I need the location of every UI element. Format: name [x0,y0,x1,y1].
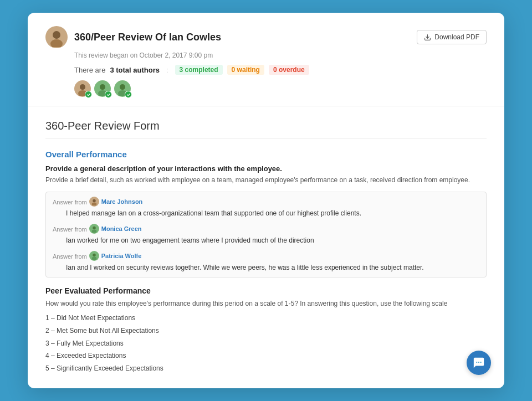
svg-point-10 [91,203,96,205]
authors-prefix: There are [74,66,105,74]
scale-item-2: 2 – Met Some but Not All Expectations [45,325,487,337]
header-section: 360/Peer Review Of Ian Cowles Download P… [28,13,504,106]
check-icon-1 [85,91,92,98]
waiting-badge: 0 waiting [227,65,264,75]
svg-point-1 [50,39,63,47]
answer-meta-1: Answer from Marc Johnson [53,197,479,207]
svg-point-9 [93,199,95,202]
author-avatar-3 [114,80,131,97]
avatar [45,26,68,48]
answer-label-2: Answer from [53,226,87,233]
answer-avatar-1 [89,197,99,207]
answer-text-3: Ian and I worked on security reviews tog… [66,263,479,273]
answer-text-2: Ian worked for me on two engagement team… [66,235,479,245]
download-label: Download PDF [434,33,479,41]
scale-item-3: 3 – Fully Met Expectations [45,337,487,350]
svg-point-3 [80,84,85,90]
answer-row-1: Answer from Marc Johnson I helped manage… [53,197,479,218]
answer-meta-2: Answer from Monica Green [53,224,479,234]
peer-section-title: Peer Evaluated Performance [45,286,487,295]
authors-row: There are 3 total authors : 3 completed … [74,65,487,75]
answer-avatar-2 [89,224,99,234]
avatars-row [74,80,487,97]
svg-point-14 [91,257,96,260]
scale-list: 1 – Did Not Meet Expectations 2 – Met So… [45,312,487,375]
svg-point-11 [93,227,95,229]
header-left: 360/Peer Review Of Ian Cowles [45,26,221,48]
question-sub: Provide a brief detail, such as worked w… [45,175,487,185]
download-pdf-button[interactable]: Download PDF [417,30,487,44]
header-top: 360/Peer Review Of Ian Cowles Download P… [45,26,487,48]
download-icon [424,34,431,41]
section-overall-performance-title: Overall Performance [45,150,487,159]
svg-point-7 [120,84,125,90]
answer-row-3: Answer from Patricia Wolfe Ian and I wor… [53,251,479,273]
answer-name-2: Monica Green [101,225,142,232]
svg-point-13 [93,254,95,256]
answer-label-3: Answer from [53,253,87,260]
answer-text-1: I helped manage Ian on a cross-organizat… [66,208,479,218]
chat-button[interactable] [467,351,491,375]
svg-point-15 [476,362,477,363]
completed-badge: 3 completed [175,65,223,75]
scale-item-4: 4 – Exceeded Expectations [45,349,487,362]
main-window: 360/Peer Review Of Ian Cowles Download P… [28,13,504,388]
svg-point-17 [480,362,482,363]
review-date: This review began on October 2, 2017 9:0… [74,52,487,59]
scale-item-5: 5 – Significantly Exceeded Expectations [45,362,487,375]
review-title: 360/Peer Review Of Ian Cowles [74,32,221,43]
svg-point-12 [91,230,96,233]
svg-point-5 [100,84,105,90]
answers-box: Answer from Marc Johnson I helped manage… [45,192,487,277]
check-icon-3 [125,91,132,98]
answer-name-1: Marc Johnson [101,198,143,205]
form-title: 360-Peer Review Form [45,120,487,138]
peer-question: How would you rate this employee's perfo… [45,299,487,309]
total-authors: 3 total authors [110,66,160,74]
chat-icon [473,357,485,369]
answer-meta-3: Answer from Patricia Wolfe [53,251,479,261]
scale-item-1: 1 – Did Not Meet Expectations [45,312,487,325]
separator: : [166,66,168,74]
overdue-badge: 0 overdue [269,65,309,75]
svg-point-0 [53,31,60,39]
content-section: 360-Peer Review Form Overall Performance… [28,106,504,388]
author-avatar-2 [94,80,111,97]
svg-point-16 [478,362,479,363]
check-icon-2 [105,91,112,98]
answer-row-2: Answer from Monica Green Ian worked for … [53,224,479,245]
answer-name-3: Patricia Wolfe [101,253,142,259]
answer-label-1: Answer from [53,199,87,205]
author-avatar-1 [74,80,91,97]
answer-avatar-3 [89,251,99,261]
question-text: Provide a general description of your in… [45,164,487,173]
